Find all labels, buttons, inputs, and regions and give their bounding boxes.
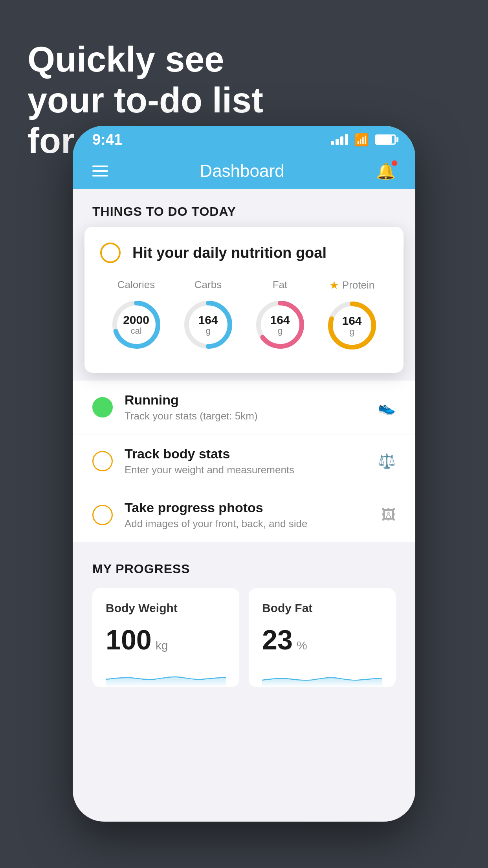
- todo-name-body-stats: Track body stats: [125, 446, 366, 462]
- todo-circle-photos: [92, 505, 113, 525]
- macro-carbs: Carbs 164 g: [181, 279, 236, 352]
- signal-icon: [331, 134, 348, 145]
- body-weight-value-row: 100 kg: [106, 624, 226, 656]
- scale-icon: ⚖️: [378, 453, 396, 469]
- body-weight-unit: kg: [156, 639, 168, 652]
- todo-item-body-stats[interactable]: Track body stats Enter your weight and m…: [73, 434, 415, 488]
- body-fat-value-row: 23 %: [262, 624, 382, 656]
- battery-icon: [375, 134, 396, 145]
- status-bar: 9:41 📶: [73, 126, 415, 153]
- macro-protein: ★ Protein 164 g: [325, 279, 380, 353]
- body-fat-unit: %: [297, 639, 307, 652]
- todo-name-photos: Take progress photos: [125, 500, 370, 515]
- my-progress-title: MY PROGRESS: [92, 562, 396, 576]
- macro-fat-label: Fat: [273, 279, 288, 291]
- person-icon: 🖼: [382, 507, 396, 523]
- carbs-value-center: 164 g: [198, 313, 218, 336]
- macro-row: Calories 2000 cal Carbs: [100, 279, 388, 353]
- things-to-do-title: THINGS TO DO TODAY: [92, 204, 236, 219]
- body-fat-card[interactable]: Body Fat 23 %: [249, 588, 396, 687]
- status-time: 9:41: [92, 131, 122, 148]
- protein-value-center: 164 g: [342, 314, 361, 337]
- progress-cards-row: Body Weight 100 kg: [92, 588, 396, 687]
- my-progress-section: MY PROGRESS Body Weight 100 kg: [73, 542, 415, 703]
- status-icons: 📶: [331, 133, 396, 147]
- todo-list: Running Track your stats (target: 5km) 👟…: [73, 381, 415, 542]
- todo-item-photos[interactable]: Take progress photos Add images of your …: [73, 488, 415, 542]
- body-fat-chart: [262, 664, 382, 687]
- fat-donut: 164 g: [253, 297, 308, 352]
- macro-protein-label: ★ Protein: [329, 279, 374, 292]
- phone-mockup: 9:41 📶 Dashboard 🔔: [73, 126, 415, 822]
- todo-text-photos: Take progress photos Add images of your …: [125, 500, 370, 530]
- headline-line1: Quickly see: [28, 40, 224, 79]
- star-icon: ★: [329, 279, 339, 292]
- headline-line2: your to-do list: [28, 81, 263, 120]
- body-weight-card[interactable]: Body Weight 100 kg: [92, 588, 239, 687]
- body-weight-chart: [106, 664, 226, 687]
- body-weight-card-title: Body Weight: [106, 601, 226, 615]
- nav-bar: Dashboard 🔔: [73, 153, 415, 189]
- things-to-do-section-header: THINGS TO DO TODAY: [73, 189, 415, 227]
- body-weight-value: 100: [106, 624, 152, 656]
- body-fat-value: 23: [262, 624, 293, 656]
- nutrition-card-header: Hit your daily nutrition goal: [100, 243, 388, 263]
- nav-title: Dashboard: [200, 161, 284, 181]
- macro-calories: Calories 2000 cal: [109, 279, 164, 352]
- todo-text-running: Running Track your stats (target: 5km): [125, 392, 366, 422]
- bell-icon[interactable]: 🔔: [376, 162, 396, 180]
- carbs-donut: 164 g: [181, 297, 236, 352]
- todo-text-body-stats: Track body stats Enter your weight and m…: [125, 446, 366, 476]
- todo-desc-running: Track your stats (target: 5km): [125, 410, 366, 422]
- nutrition-card-title: Hit your daily nutrition goal: [132, 245, 327, 261]
- todo-circle-running: [92, 397, 113, 417]
- protein-donut: 164 g: [325, 298, 380, 353]
- wifi-icon: 📶: [354, 133, 369, 147]
- nutrition-card[interactable]: Hit your daily nutrition goal Calories 2…: [84, 227, 404, 373]
- todo-name-running: Running: [125, 392, 366, 408]
- macro-fat: Fat 164 g: [253, 279, 308, 352]
- hamburger-icon[interactable]: [92, 166, 108, 177]
- calories-value-center: 2000 cal: [123, 313, 149, 336]
- todo-circle-body-stats: [92, 451, 113, 471]
- app-content: THINGS TO DO TODAY Hit your daily nutrit…: [73, 189, 415, 703]
- shoe-icon: 👟: [378, 399, 396, 416]
- fat-value-center: 164 g: [270, 313, 290, 336]
- macro-calories-label: Calories: [117, 279, 155, 291]
- body-fat-card-title: Body Fat: [262, 601, 382, 615]
- calories-donut: 2000 cal: [109, 297, 164, 352]
- bell-notification-dot: [392, 160, 397, 166]
- todo-desc-photos: Add images of your front, back, and side: [125, 518, 370, 530]
- nutrition-check-circle[interactable]: [100, 243, 121, 263]
- macro-carbs-label: Carbs: [194, 279, 222, 291]
- todo-desc-body-stats: Enter your weight and measurements: [125, 464, 366, 476]
- todo-item-running[interactable]: Running Track your stats (target: 5km) 👟: [73, 381, 415, 434]
